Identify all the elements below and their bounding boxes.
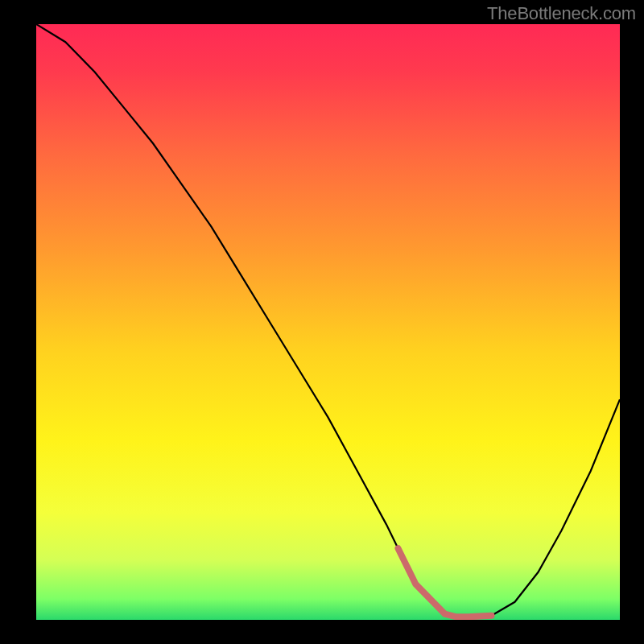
gradient-background [36, 24, 620, 620]
bottleneck-chart [0, 0, 644, 644]
chart-container: TheBottleneck.com [0, 0, 644, 644]
attribution-label: TheBottleneck.com [487, 3, 636, 24]
